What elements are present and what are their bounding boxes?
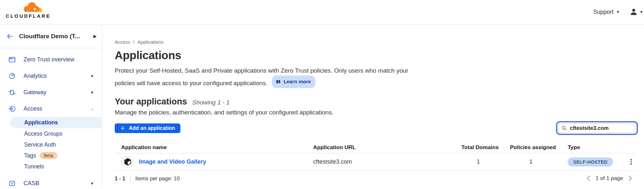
sidebar-item-access[interactable]: Access ▲	[0, 101, 102, 117]
support-label: Support	[593, 9, 613, 15]
overview-window-icon	[8, 56, 16, 63]
sidebar-item-label: CASB	[24, 180, 39, 187]
column-header-type: Type	[568, 144, 628, 151]
sidebar-item-label: Access	[24, 105, 42, 112]
table-row: Image and Video Gallery cftestsite3.com …	[115, 153, 636, 171]
page-title: Applications	[115, 49, 636, 62]
chevron-right-icon	[628, 175, 632, 182]
sidebar-item-label: Analytics	[24, 73, 47, 79]
breadcrumb-separator: /	[133, 39, 134, 45]
sidebar-nav: Zero Trust overview Analytics ▼ Gateway …	[0, 48, 102, 189]
sidebar-item-gateway[interactable]: Gateway ▼	[0, 84, 102, 101]
row-actions-menu[interactable]	[628, 159, 634, 165]
beta-badge: Beta	[40, 152, 57, 159]
sidebar-item-access-groups[interactable]: Access Groups	[0, 128, 102, 139]
sidebar-item-label: Tunnels	[24, 163, 44, 170]
column-header-total-domains: Total Domains	[461, 144, 510, 151]
page-description: Protect your Self-Hosted, SaaS and Priva…	[115, 66, 416, 88]
table-header-row: Application name Application URL Total D…	[115, 142, 636, 153]
items-per-page[interactable]: Items per page: 10	[135, 176, 180, 182]
page-description-text: Protect your Self-Hosted, SaaS and Priva…	[115, 67, 408, 86]
section-subtext: Manage the policies, authentication, and…	[115, 109, 636, 116]
add-application-button[interactable]: Add an application	[115, 123, 180, 133]
user-menu[interactable]: ▼	[630, 8, 643, 16]
cloudflare-logo: CLOUDFLARE	[6, 2, 54, 19]
total-domains-cell: 1	[461, 158, 510, 165]
sidebar-item-label: Zero Trust overview	[24, 56, 74, 63]
learn-more-label: Learn more	[284, 77, 311, 86]
previous-page-button[interactable]	[586, 175, 591, 182]
application-url-cell: cftestsite3.com	[313, 158, 461, 165]
cube-icon	[123, 158, 132, 166]
chevron-up-icon: ▲	[91, 107, 94, 111]
sidebar-item-zero-trust-overview[interactable]: Zero Trust overview	[0, 51, 102, 68]
casb-check-icon	[8, 180, 16, 187]
sidebar-item-applications[interactable]: Applications	[10, 117, 102, 128]
items-range: 1 - 1	[115, 176, 125, 182]
chevron-down-icon: ▼	[90, 90, 94, 95]
back-arrow-icon[interactable]	[6, 32, 14, 40]
chevron-down-icon: ▼	[616, 10, 620, 14]
column-header-application-url: Application URL	[313, 144, 461, 151]
account-header: Cloudflare Demo (T... ▶	[0, 24, 102, 48]
sidebar-item-casb[interactable]: CASB ▼	[0, 175, 102, 189]
sidebar-item-label: Service Auth	[24, 141, 56, 148]
sidebar-item-tunnels[interactable]: Tunnels	[0, 161, 102, 172]
sidebar-item-service-auth[interactable]: Service Auth	[0, 139, 102, 150]
breadcrumb: Access / Applications	[115, 39, 636, 45]
search-icon	[561, 125, 567, 131]
analytics-pie-icon	[8, 72, 16, 80]
sidebar-item-analytics[interactable]: Analytics ▼	[0, 68, 102, 84]
section-heading: Your applications	[115, 97, 187, 107]
footer-divider	[130, 175, 130, 182]
sidebar-item-label: Gateway	[24, 89, 46, 96]
chevron-down-icon: ▼	[90, 74, 94, 78]
sidebar: Cloudflare Demo (T... ▶ Zero Trust overv…	[0, 24, 102, 189]
account-name: Cloudflare Demo (T...	[19, 33, 88, 40]
page-indicator: 1 of 1 page	[596, 175, 623, 182]
chevron-down-icon: ▼	[639, 10, 643, 14]
sidebar-item-label: Tags	[24, 152, 36, 159]
top-bar: CLOUDFLARE Support ▼ ▼	[0, 0, 644, 24]
gateway-icon	[8, 89, 16, 96]
sidebar-item-tags[interactable]: Tags Beta	[0, 150, 102, 161]
plus-icon	[120, 126, 125, 131]
cloudflare-cloud-icon	[22, 2, 43, 13]
chevron-down-icon: ▼	[90, 181, 94, 186]
application-name-link[interactable]: Image and Video Gallery	[139, 158, 206, 165]
type-badge: SELF-HOSTED	[568, 158, 613, 166]
breadcrumb-applications[interactable]: Applications	[138, 39, 164, 45]
learn-more-button[interactable]: Learn more	[272, 76, 315, 88]
support-menu[interactable]: Support ▼	[593, 9, 620, 15]
breadcrumb-access[interactable]: Access	[115, 39, 130, 45]
showing-count: Showing 1 - 1	[192, 99, 230, 106]
expand-panel-icon[interactable]: ▶	[93, 34, 97, 39]
user-icon	[630, 8, 638, 16]
sidebar-item-label: Access Groups	[24, 130, 62, 137]
brand-wordmark: CLOUDFLARE	[6, 13, 54, 19]
add-application-label: Add an application	[129, 125, 175, 131]
book-icon	[275, 79, 281, 85]
access-login-icon	[8, 105, 16, 113]
search-input[interactable]	[558, 123, 636, 133]
applications-table: Application name Application URL Total D…	[115, 142, 636, 171]
main-content: Access / Applications Applications Prote…	[102, 24, 644, 189]
next-page-button[interactable]	[628, 175, 632, 182]
table-footer: 1 - 1 Items per page: 10 1 of 1 page	[115, 175, 636, 182]
column-header-application-name: Application name	[121, 144, 313, 151]
chevron-left-icon	[586, 175, 591, 182]
sidebar-item-label: Applications	[24, 119, 58, 126]
column-header-policies-assigned: Policies assigned	[510, 144, 568, 151]
application-avatar	[121, 156, 134, 168]
policies-assigned-cell: 1	[510, 158, 568, 165]
